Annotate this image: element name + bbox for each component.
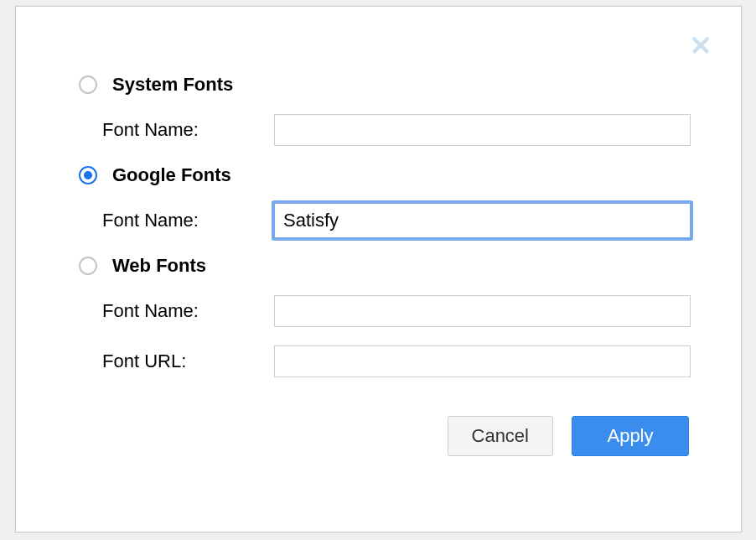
option-label-web: Web Fonts xyxy=(112,255,206,277)
field-label-system-fontname: Font Name: xyxy=(102,119,274,141)
font-dialog: System Fonts Font Name: Google Fonts Fon… xyxy=(15,6,742,532)
option-label-google: Google Fonts xyxy=(112,164,231,186)
option-label-system: System Fonts xyxy=(112,74,233,96)
radio-system-fonts[interactable] xyxy=(79,75,97,94)
field-row-web-fonturl: Font URL: xyxy=(102,345,691,377)
cancel-button[interactable]: Cancel xyxy=(448,416,553,456)
dialog-buttons: Cancel Apply xyxy=(79,416,691,456)
option-system-fonts: System Fonts xyxy=(79,74,691,96)
google-font-name-input[interactable] xyxy=(272,200,693,241)
web-font-url-input[interactable] xyxy=(274,345,691,377)
radio-web-fonts[interactable] xyxy=(79,257,97,275)
field-label-web-fontname: Font Name: xyxy=(102,300,274,322)
web-font-name-input[interactable] xyxy=(274,295,691,327)
option-google-fonts: Google Fonts xyxy=(79,164,691,186)
field-label-web-fonturl: Font URL: xyxy=(102,350,274,372)
dialog-content: System Fonts Font Name: Google Fonts Fon… xyxy=(16,7,741,490)
system-font-name-input[interactable] xyxy=(274,114,691,146)
close-icon xyxy=(690,34,712,56)
apply-button[interactable]: Apply xyxy=(572,416,689,456)
field-row-google-fontname: Font Name: xyxy=(102,205,691,236)
field-label-google-fontname: Font Name: xyxy=(102,210,274,231)
radio-google-fonts[interactable] xyxy=(79,166,97,184)
close-button[interactable] xyxy=(686,30,716,60)
field-row-web-fontname: Font Name: xyxy=(102,295,691,327)
field-row-system-fontname: Font Name: xyxy=(102,114,691,146)
option-web-fonts: Web Fonts xyxy=(79,255,691,277)
